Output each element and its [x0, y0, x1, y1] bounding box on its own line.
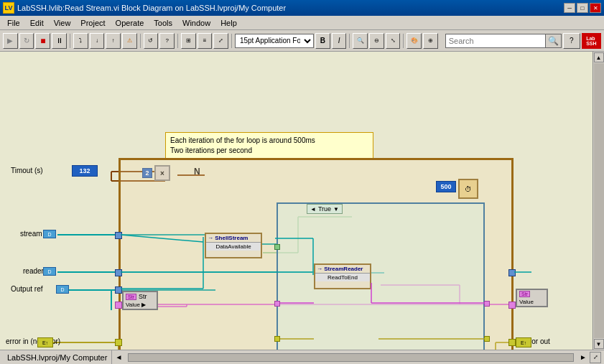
search-input[interactable]: [445, 34, 546, 48]
menu-window[interactable]: Window: [178, 17, 215, 29]
font-italic-button[interactable]: I: [332, 33, 347, 49]
menu-tools[interactable]: Tools: [149, 17, 177, 29]
status-scroll-right[interactable]: ►: [577, 353, 590, 361]
menu-operate[interactable]: Operate: [111, 17, 149, 29]
case-tunnel-pink-left: [274, 301, 280, 307]
tunnel-reader-left: [115, 269, 122, 276]
wait-500ms-node[interactable]: ⏱: [458, 179, 478, 199]
status-project: LabSSH.lvproj/My Computer: [3, 350, 112, 364]
scrollbar-vertical[interactable]: ▲ ▼: [593, 52, 604, 350]
toolbar-separator-2: [140, 34, 141, 48]
status-bar: LabSSH.lvproj/My Computer ◄ ► ⤢: [0, 350, 604, 364]
tunnel-stream-left: [115, 232, 122, 239]
stream-label: stream: [20, 230, 42, 238]
toolbar-separator-3: [177, 34, 178, 48]
search-container: 🔍 ?: [445, 33, 580, 49]
shell-stream-invoke-node[interactable]: → ShellStream DataAvailable: [205, 233, 262, 258]
distribute-button[interactable]: ≡: [198, 33, 213, 49]
scroll-down-button[interactable]: ▼: [594, 339, 604, 349]
menu-view[interactable]: View: [50, 17, 75, 29]
toolbar-separator-1: [70, 34, 70, 48]
zoom-fit-button[interactable]: ⤡: [386, 33, 401, 49]
comment-line1: Each iteration of the for loop is around…: [170, 136, 368, 146]
tunnel-error-right: [508, 339, 516, 346]
abort-button[interactable]: ■: [35, 33, 50, 49]
context-help-button[interactable]: ?: [159, 33, 175, 49]
extra-button[interactable]: ⊕: [423, 33, 438, 49]
pause-button[interactable]: ⏸: [52, 33, 67, 49]
resize-button[interactable]: ⤢: [213, 33, 228, 49]
case-true-selector[interactable]: ◄ True ▼: [307, 204, 343, 214]
window-controls: ─ □ ✕: [564, 3, 601, 13]
step-over-button[interactable]: ⤵: [73, 33, 88, 49]
font-selector[interactable]: 15pt Application Font: [235, 34, 314, 48]
timeout-value-display[interactable]: 132: [72, 165, 98, 177]
block-diagram-canvas[interactable]: Each iteration of the for loop is around…: [0, 52, 593, 350]
font-bold-button[interactable]: B: [315, 33, 330, 49]
output-ref-label: Output ref: [11, 285, 42, 293]
zoom-in-button[interactable]: 🔍: [353, 33, 368, 49]
value-output-cluster[interactable]: Str Value: [516, 289, 548, 307]
menu-help[interactable]: Help: [216, 17, 241, 29]
case-tunnel-pink-right: [484, 301, 490, 307]
status-scroll-left[interactable]: ◄: [112, 353, 125, 361]
tunnel-outputref-right: [508, 269, 516, 276]
case-structure[interactable]: [277, 202, 485, 350]
toolbar: ▶ ↻ ■ ⏸ ⤵ ↓ ↑ ⚠ ↺ ? ⊞ ≡ ⤢ 15pt Applicati…: [0, 30, 604, 52]
toolbar-separator-6: [403, 34, 404, 48]
comment-line2: Two iterations per second: [170, 146, 368, 156]
constant-500: 500: [436, 181, 456, 192]
palette-button[interactable]: 🎨: [406, 33, 422, 49]
stream-reader-invoke-node[interactable]: → StreamReader ReadToEnd: [314, 263, 371, 289]
window-title: LabSSH.lvlib:Read Stream.vi Block Diagra…: [17, 4, 286, 12]
title-bar: LV LabSSH.lvlib:Read Stream.vi Block Dia…: [0, 0, 604, 16]
menu-file[interactable]: File: [3, 17, 24, 29]
menu-project[interactable]: Project: [76, 17, 109, 29]
timeout-label: Timout (s): [11, 167, 43, 174]
menu-bar: File Edit View Project Operate Tools Win…: [0, 16, 604, 30]
undo-button[interactable]: ↺: [144, 33, 159, 49]
status-corner-button[interactable]: ⤢: [590, 352, 601, 363]
scroll-track-vertical[interactable]: [594, 63, 604, 338]
labview-logo: LabSSH: [582, 33, 601, 49]
search-button[interactable]: 🔍: [546, 34, 562, 48]
toolbar-separator-4: [231, 34, 232, 48]
scroll-up-button[interactable]: ▲: [594, 52, 604, 62]
tunnel-pink-right: [508, 302, 516, 309]
error-in-terminal: E↑: [37, 337, 53, 347]
output-ref-cluster[interactable]: Str Str Value ▶: [122, 291, 158, 310]
reader-label: reader: [23, 267, 44, 275]
stream-terminal: D: [43, 230, 56, 238]
step-out-button[interactable]: ↑: [106, 33, 121, 49]
run-button[interactable]: ▶: [3, 33, 18, 49]
scrollbar-horizontal[interactable]: [128, 353, 574, 362]
tunnel-pink-left: [115, 302, 122, 309]
tunnel-error-left: [115, 339, 122, 346]
menu-edit[interactable]: Edit: [26, 17, 48, 29]
warn-button[interactable]: ⚠: [122, 33, 137, 49]
output-ref-terminal: D: [56, 285, 69, 294]
tunnel-outputref-left: [115, 286, 122, 294]
app-icon: LV: [3, 2, 14, 14]
close-button[interactable]: ✕: [590, 3, 601, 13]
zoom-out-button[interactable]: ⊖: [369, 33, 384, 49]
minimize-button[interactable]: ─: [564, 3, 575, 13]
step-into-button[interactable]: ↓: [90, 33, 105, 49]
case-tunnel-left: [274, 244, 280, 250]
reader-terminal: D: [43, 267, 56, 276]
case-tunnel-error-right: [484, 336, 490, 342]
comment-box: Each iteration of the for loop is around…: [165, 132, 373, 159]
run-continuously-button[interactable]: ↻: [19, 33, 34, 49]
case-tunnel-error-left: [274, 336, 280, 342]
toolbar-separator-5: [349, 34, 350, 48]
main-area: Each iteration of the for loop is around…: [0, 52, 604, 350]
help-button[interactable]: ?: [563, 33, 580, 49]
align-button[interactable]: ⊞: [181, 33, 196, 49]
maximize-button[interactable]: □: [577, 3, 588, 13]
error-out-terminal: E↑: [516, 337, 531, 347]
